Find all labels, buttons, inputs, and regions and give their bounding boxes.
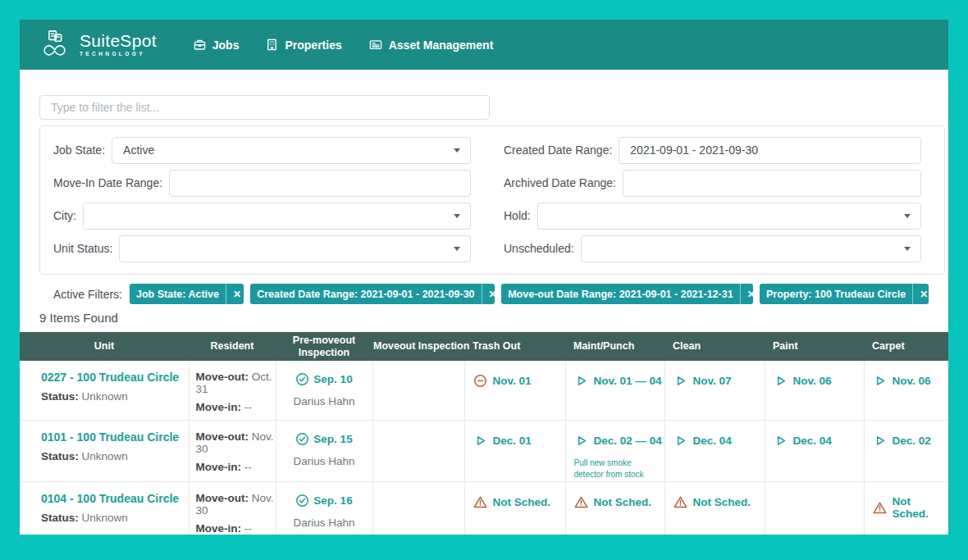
resident-cell: Move-out: Oct. 31Move-in: --: [189, 361, 276, 421]
close-icon[interactable]: ✕: [740, 284, 753, 304]
column-header-maint-punch: Maint/Punch: [565, 332, 664, 361]
job-note: Pull new smoke detector from stock: [574, 458, 656, 480]
unit-cell: 0101 - 100 Trudeau CircleStatus: Unknown: [20, 421, 189, 482]
inspection-status[interactable]: Sep. 16: [295, 494, 352, 508]
unit-link[interactable]: 0227 - 100 Trudeau Circle: [41, 371, 188, 384]
job-status[interactable]: Not Sched.: [873, 495, 948, 520]
check-circle-icon: [295, 432, 309, 446]
job-status[interactable]: Not Sched.: [673, 495, 764, 509]
filter-chip-label: Move-out Date Range: 2021-09-01 - 2021-1…: [501, 284, 739, 304]
app-background: { "colors":{"frame":"#07C4BC","navbar":"…: [0, 0, 968, 560]
search-input[interactable]: [39, 95, 490, 120]
paint-cell: [765, 482, 864, 535]
jobs-table: Unit Resident Pre-moveout Inspection Mov…: [20, 332, 948, 535]
job-status[interactable]: Nov. 01 — 04: [574, 374, 664, 388]
filter-row: Created Date Range:: [504, 136, 921, 164]
created-date-range-input[interactable]: [619, 137, 921, 164]
filter-chip: Job State: Active✕: [130, 284, 244, 304]
table-row: 0101 - 100 Trudeau CircleStatus: Unknown…: [20, 421, 948, 482]
nav-item-label: Jobs: [212, 39, 240, 52]
logo-text: SuiteSpot TECHNOLOGY: [80, 32, 157, 57]
move-in-date-range-input[interactable]: [169, 170, 471, 197]
unit-link[interactable]: 0101 - 100 Trudeau Circle: [41, 430, 188, 444]
inspection-date: Sep. 16: [313, 494, 352, 507]
filter-chip: Created Date Range: 2021-09-01 - 2021-09…: [250, 284, 495, 304]
moveout-inspection-cell: [372, 421, 464, 482]
job-status[interactable]: Nov. 01: [473, 374, 564, 388]
job-status[interactable]: Dec. 04: [673, 434, 764, 448]
close-icon[interactable]: ✕: [482, 284, 495, 304]
created-date-range-input-label: Created Date Range:: [504, 143, 612, 157]
job-status[interactable]: Dec. 04: [774, 434, 863, 448]
filter-row: Archived Date Range:: [504, 169, 921, 197]
archived-date-range-input-label: Archived Date Range:: [504, 176, 616, 189]
job-status[interactable]: Nov. 06: [774, 374, 863, 388]
filter-row: Unscheduled:: [504, 234, 921, 262]
inspection-assignee: Darius Hahn: [277, 455, 372, 467]
job-status[interactable]: Dec. 02: [873, 434, 948, 448]
maint-punch-cell: Not Sched.: [565, 482, 664, 535]
active-filters-row: Active Filters: Job State: Active✕Create…: [53, 284, 929, 304]
table-row: 0227 - 100 Trudeau CircleStatus: Unknown…: [20, 361, 948, 421]
clean-cell: Nov. 07: [664, 361, 765, 421]
status-label: Status:: [41, 512, 79, 524]
city-select[interactable]: [83, 203, 471, 230]
pre-moveout-inspection-cell: Sep. 16Darius Hahn: [276, 482, 372, 535]
warning-icon: [873, 501, 887, 515]
inspection-status[interactable]: Sep. 15: [295, 432, 352, 446]
job-date: Not Sched.: [893, 495, 948, 520]
nav-item-jobs[interactable]: Jobs: [193, 38, 240, 52]
unit-status-line: Status: Unknown: [41, 450, 188, 462]
main-menu: Jobs Properties Asset Ma: [193, 38, 494, 52]
job-date: Dec. 02: [893, 435, 931, 447]
archived-date-range-input[interactable]: [623, 170, 921, 197]
close-icon[interactable]: ✕: [912, 284, 929, 304]
warning-icon: [673, 495, 687, 509]
inspection-date: Sep. 10: [313, 373, 352, 385]
filter-chip: Property: 100 Trudeau Circle✕: [760, 284, 929, 304]
filter-chip-label: Created Date Range: 2021-09-01 - 2021-09…: [250, 284, 481, 304]
building-icon: [265, 38, 279, 52]
nav-item-properties[interactable]: Properties: [265, 38, 341, 52]
job-state-select-value: Active: [123, 143, 154, 157]
play-icon: [774, 434, 788, 448]
job-date: Not Sched.: [594, 496, 652, 508]
job-status[interactable]: Not Sched.: [473, 495, 564, 509]
move-in-line: Move-in: --: [196, 401, 275, 413]
job-date: Nov. 07: [693, 375, 732, 387]
unscheduled-select[interactable]: [581, 235, 921, 262]
move-out-line: Move-out: Nov. 30: [196, 492, 275, 517]
move-in-line: Move-in: --: [196, 461, 275, 473]
column-header-resident: Resident: [189, 332, 276, 361]
suitespot-logo[interactable]: SuiteSpot TECHNOLOGY: [38, 29, 157, 61]
move-out-label: Move-out:: [196, 371, 249, 383]
job-status[interactable]: Dec. 02 — 04: [574, 434, 664, 448]
job-state-select[interactable]: Active: [112, 137, 471, 164]
play-icon: [574, 434, 588, 448]
pre-moveout-inspection-cell: Sep. 10Darius Hahn: [276, 361, 372, 421]
minus-circle-icon: [473, 374, 487, 388]
filter-chip-label: Job State: Active: [130, 284, 226, 304]
nav-item-asset-management[interactable]: Asset Management: [368, 38, 494, 52]
job-status[interactable]: Nov. 07: [673, 374, 764, 388]
close-icon[interactable]: ✕: [226, 284, 244, 304]
job-date: Dec. 04: [793, 435, 832, 447]
filter-row: City:: [53, 202, 471, 230]
move-out-line: Move-out: Oct. 31: [196, 371, 275, 395]
unit-cell: 0227 - 100 Trudeau CircleStatus: Unknown: [20, 361, 189, 421]
hold-select[interactable]: [537, 203, 921, 230]
job-status[interactable]: Not Sched.: [574, 495, 664, 509]
caret-down-icon: [454, 247, 460, 251]
unit-link[interactable]: 0104 - 100 Trudeau Circle: [41, 492, 188, 505]
unit-status-select[interactable]: [119, 235, 471, 262]
job-status[interactable]: Nov. 06: [873, 374, 948, 388]
warning-icon: [574, 495, 588, 509]
unit-status-line: Status: Unknown: [41, 390, 188, 403]
main-content: Job State:ActiveCreated Date Range:Move-…: [20, 70, 948, 535]
move-in-value: --: [241, 461, 252, 473]
job-date: Dec. 02 — 04: [594, 435, 662, 447]
unit-cell: 0104 - 100 Trudeau CircleStatus: Unknown: [20, 482, 189, 535]
inspection-status[interactable]: Sep. 10: [295, 372, 352, 386]
job-status[interactable]: Dec. 01: [473, 434, 564, 448]
play-icon: [774, 374, 788, 388]
